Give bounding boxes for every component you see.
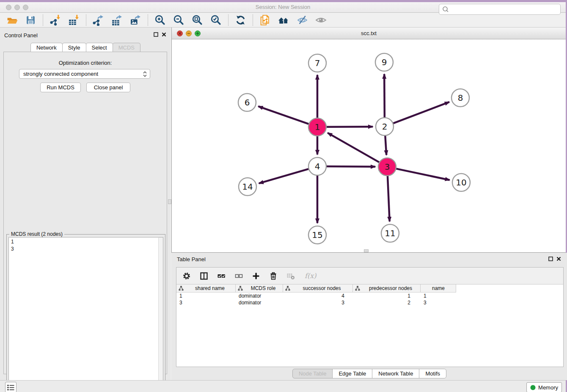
graph-edge-3-11[interactable] (388, 175, 390, 221)
function-icon: f(x) (304, 271, 317, 281)
deselect-all-checkboxes-icon[interactable] (234, 272, 243, 280)
svg-text:1: 1 (315, 122, 320, 132)
column-header-name[interactable]: name (421, 284, 456, 292)
table-cell[interactable]: 4 (283, 293, 353, 299)
table-cell[interactable]: 3 (283, 299, 353, 306)
tab-network-table[interactable]: Network Table (372, 369, 419, 378)
save-icon[interactable] (25, 14, 36, 26)
close-panel-icon[interactable] (162, 32, 166, 37)
control-panel-tabs: NetworkStyleSelectMCDS (0, 43, 171, 52)
mcds-result-text[interactable]: 1 3 (8, 237, 158, 392)
import-table-icon[interactable] (68, 14, 80, 26)
export-table-icon[interactable] (111, 14, 123, 26)
add-icon[interactable] (252, 272, 260, 280)
graph-node-1[interactable]: 1 (308, 118, 326, 136)
table-cell[interactable]: 1 (176, 293, 236, 299)
trash-icon[interactable] (269, 272, 278, 280)
select-all-checkboxes-icon[interactable] (217, 272, 226, 280)
column-header-MCDS-role[interactable]: MCDS role (236, 284, 283, 292)
zoom-selected-icon[interactable] (210, 14, 222, 26)
graph-edge-3-10[interactable] (396, 168, 450, 180)
svg-text:6: 6 (245, 97, 250, 108)
list-icon (7, 384, 15, 392)
table-cell[interactable]: 3 (421, 299, 456, 306)
tab-mcds[interactable]: MCDS (113, 43, 140, 52)
columns-icon[interactable] (200, 272, 208, 280)
graph-edge-2-8[interactable] (393, 102, 449, 124)
tab-motifs[interactable]: Motifs (419, 369, 446, 378)
graph-edge-4-3[interactable] (326, 166, 375, 167)
run-mcds-button[interactable]: Run MCDS (40, 83, 81, 92)
graph-node-14[interactable]: 14 (239, 178, 256, 196)
float-table-panel-icon[interactable] (548, 257, 553, 261)
home-icon[interactable] (278, 14, 289, 26)
close-panel-button[interactable]: Close panel (86, 83, 130, 92)
column-header-shared-name[interactable]: shared name (176, 284, 236, 292)
task-history-button[interactable] (5, 382, 17, 392)
control-panel: Control Panel NetworkStyleSelectMCDS Opt… (0, 28, 171, 380)
graph-edge-1-6[interactable] (258, 106, 309, 124)
table-cell[interactable]: 2 (353, 299, 421, 306)
mcds-result-group: MCDS result (2 nodes) 1 3 (6, 234, 165, 392)
graph-node-15[interactable]: 15 (308, 226, 326, 244)
hide-panel-eye-icon[interactable] (297, 14, 308, 26)
tab-node-table[interactable]: Node Table (292, 369, 333, 378)
status-bar: Memory (0, 380, 566, 392)
network-canvas[interactable]: 7968124314101511 (172, 39, 566, 252)
graph-node-8[interactable]: 8 (451, 89, 469, 107)
tab-edge-table[interactable]: Edge Table (332, 369, 372, 378)
search-box[interactable] (439, 4, 561, 15)
graph-edge-2-3[interactable] (385, 135, 386, 155)
graph-node-9[interactable]: 9 (375, 53, 393, 71)
svg-text:14: 14 (242, 182, 253, 192)
zoom-in-icon[interactable] (154, 14, 166, 26)
eye-icon[interactable] (315, 14, 327, 26)
export-image-icon[interactable] (130, 14, 141, 26)
search-input[interactable] (449, 6, 558, 13)
table-cell[interactable]: 1 (353, 293, 421, 299)
horizontal-splitter-handle[interactable] (364, 249, 369, 252)
memory-button[interactable]: Memory (526, 382, 562, 392)
open-folder-icon[interactable] (6, 14, 18, 26)
zoom-fit-icon[interactable] (192, 14, 203, 26)
svg-text:7: 7 (315, 58, 320, 68)
gear-icon[interactable] (182, 272, 191, 280)
column-header-successor-nodes[interactable]: successor nodes (283, 284, 353, 292)
close-table-panel-icon[interactable] (556, 257, 561, 261)
table-cell[interactable]: dominator (236, 293, 283, 299)
graph-node-4[interactable]: 4 (308, 157, 326, 175)
svg-text:2: 2 (382, 121, 388, 132)
table-cell[interactable]: dominator (236, 299, 283, 306)
graph-edge-3-1[interactable] (328, 133, 380, 163)
table-row[interactable]: 1dominator411 (176, 293, 456, 299)
tab-style[interactable]: Style (62, 43, 86, 52)
graph-node-3[interactable]: 3 (378, 158, 396, 176)
graph-edge-4-14[interactable] (259, 169, 309, 184)
graph-edge-2-9[interactable] (384, 74, 385, 118)
tab-select[interactable]: Select (86, 43, 113, 52)
mcds-result-scrollbar[interactable] (158, 237, 163, 392)
graph-node-6[interactable]: 6 (238, 94, 256, 111)
refresh-icon[interactable] (235, 14, 246, 26)
column-header-predecessor-nodes[interactable]: predecessor nodes (353, 284, 421, 292)
tab-network[interactable]: Network (30, 43, 63, 52)
sitemap-icon (238, 286, 243, 291)
import-network-icon[interactable] (50, 14, 61, 26)
table-cell[interactable]: 1 (421, 293, 456, 299)
table-cell[interactable]: 3 (176, 299, 236, 306)
graph-node-2[interactable]: 2 (376, 118, 394, 135)
optimization-criterion-select[interactable]: strongly connected component (19, 69, 150, 79)
export-network-icon[interactable] (93, 14, 104, 26)
graph-node-10[interactable]: 10 (452, 174, 470, 191)
vertical-splitter-handle[interactable] (168, 199, 171, 204)
graph-edge-1-2[interactable] (326, 127, 373, 127)
network-frame: scc.txt 7968124314101511 (171, 28, 566, 253)
table-row[interactable]: 3dominator323 (176, 299, 456, 306)
application-window: Session: New Session Control Panel Netwo… (0, 0, 567, 392)
network-from-file-icon[interactable] (259, 14, 271, 26)
float-panel-icon[interactable] (154, 32, 158, 37)
graph-node-7[interactable]: 7 (308, 54, 326, 72)
zoom-out-icon[interactable] (173, 14, 184, 26)
graph-node-11[interactable]: 11 (381, 224, 399, 242)
network-graph[interactable]: 7968124314101511 (172, 39, 566, 252)
